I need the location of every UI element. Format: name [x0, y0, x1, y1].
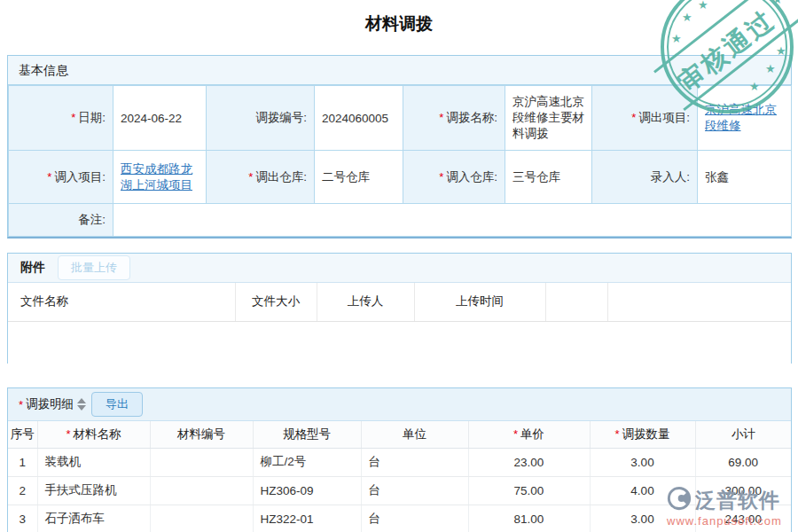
- cell-subtotal: 69.00: [695, 448, 791, 476]
- date-value: 2024-06-22: [113, 86, 207, 151]
- cell-no: 3: [8, 505, 37, 532]
- star-icon: ★: [698, 0, 708, 12]
- uploader-header: 上传人: [317, 283, 414, 321]
- remark-label: 备注:: [9, 204, 113, 237]
- recorder-label: 录入人:: [592, 151, 698, 204]
- attachments-panel: 附件 批量上传 文件名称 文件大小 上传人 上传时间: [7, 253, 792, 364]
- transfer-name-label: *调拨名称:: [403, 86, 505, 151]
- file-size-header: 文件大小: [235, 283, 317, 321]
- cell-spec: 柳工/2号: [253, 448, 361, 476]
- star-icon: ★: [772, 0, 783, 6]
- file-name-header: 文件名称: [8, 283, 235, 321]
- cell-material-name: 装载机: [37, 448, 150, 476]
- out-project-link[interactable]: 京沪高速北京段维修: [705, 103, 777, 132]
- cell-material-name: 石子洒布车: [37, 505, 150, 532]
- in-project-value: 西安成都路龙湖上河城项目: [113, 151, 207, 204]
- basic-info-panel: 基本信息 *日期: 2024-06-22 调拨编号: 2024060005 *调…: [7, 55, 792, 239]
- cell-qty: 3.00: [590, 505, 695, 532]
- remark-value: [113, 204, 792, 237]
- in-project-label: *调入项目:: [9, 151, 113, 204]
- out-warehouse-label: *调出仓库:: [207, 151, 315, 204]
- cell-no: 2: [8, 476, 37, 505]
- cell-unit: 台: [361, 476, 468, 505]
- in-warehouse-value: 三号仓库: [505, 151, 592, 204]
- batch-upload-button[interactable]: 批量上传: [58, 255, 130, 280]
- cell-unit: 台: [361, 448, 468, 476]
- col-spec: 规格型号: [253, 421, 361, 448]
- col-price: *单价: [468, 421, 590, 448]
- cell-unit: 台: [361, 505, 468, 532]
- recorder-value: 张鑫: [698, 151, 792, 204]
- sort-arrows-icon[interactable]: [77, 398, 86, 411]
- export-button[interactable]: 导出: [91, 392, 143, 417]
- attachments-empty-area: [8, 322, 791, 364]
- basic-info-grid: *日期: 2024-06-22 调拨编号: 2024060005 *调拨名称: …: [8, 85, 792, 237]
- page-title: 材料调拨: [0, 12, 798, 35]
- cell-material-code: [150, 476, 253, 505]
- cell-material-code: [150, 448, 253, 476]
- detail-panel: * 调拨明细 导出 序号 *材料名称 材料编号 规格型号 单位 *单价 *调拨数…: [7, 387, 792, 532]
- detail-header-row: 序号 *材料名称 材料编号 规格型号 单位 *单价 *调拨数量 小计: [8, 421, 791, 448]
- cell-qty: 4.00: [590, 476, 695, 505]
- in-project-link[interactable]: 西安成都路龙湖上河城项目: [121, 162, 192, 192]
- col-subtotal: 小计: [695, 421, 791, 448]
- cell-material-code: [150, 505, 253, 532]
- cell-price: 75.00: [468, 476, 590, 505]
- in-warehouse-label: *调入仓库:: [403, 151, 505, 204]
- transfer-no-value: 2024060005: [315, 86, 403, 151]
- col-unit: 单位: [361, 421, 468, 448]
- upload-time-header: 上传时间: [414, 283, 545, 321]
- out-warehouse-value: 二号仓库: [315, 151, 403, 204]
- out-project-value: 京沪高速北京段维修: [698, 86, 792, 151]
- transfer-no-label: 调拨编号:: [207, 86, 315, 151]
- table-row: 2 手扶式压路机 HZ306-09 台 75.00 4.00 300.00: [8, 476, 791, 505]
- transfer-name-value: 京沪高速北京段维修主要材料调拨: [505, 86, 592, 151]
- detail-table: 序号 *材料名称 材料编号 规格型号 单位 *单价 *调拨数量 小计 1 装载机…: [8, 421, 791, 532]
- col-qty: *调拨数量: [590, 421, 695, 448]
- attachments-table: 文件名称 文件大小 上传人 上传时间: [8, 283, 791, 322]
- out-project-label: *调出项目:: [592, 86, 698, 151]
- table-row: 1 装载机 柳工/2号 台 23.00 3.00 69.00: [8, 448, 791, 476]
- cell-spec: HZ322-01: [253, 505, 361, 532]
- cell-subtotal: 243.00: [695, 505, 791, 532]
- empty-header: [607, 283, 791, 321]
- cell-price: 81.00: [468, 505, 590, 532]
- col-material-code: 材料编号: [150, 421, 253, 448]
- detail-section-title: 调拨明细: [26, 396, 74, 412]
- cell-spec: HZ306-09: [253, 476, 361, 505]
- cell-material-name: 手扶式压路机: [37, 476, 150, 505]
- cell-subtotal: 300.00: [695, 476, 791, 505]
- cell-qty: 3.00: [590, 448, 695, 476]
- table-row: 3 石子洒布车 HZ322-01 台 81.00 3.00 243.00: [8, 505, 791, 532]
- col-no: 序号: [8, 421, 37, 448]
- empty-header: [545, 283, 607, 321]
- cell-no: 1: [8, 448, 37, 476]
- basic-info-section-title: 基本信息: [8, 56, 791, 85]
- cell-price: 23.00: [468, 448, 590, 476]
- date-label: *日期:: [9, 86, 113, 151]
- attachments-section-title: 附件: [20, 260, 45, 276]
- col-material-name: *材料名称: [37, 421, 150, 448]
